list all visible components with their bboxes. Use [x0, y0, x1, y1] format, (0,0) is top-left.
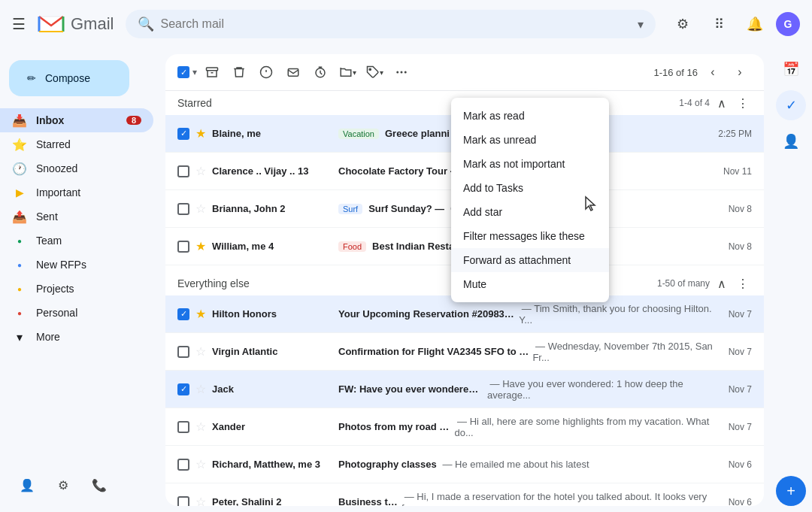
email-checkbox[interactable] [177, 496, 189, 507]
starred-collapse-btn[interactable]: ∧ [713, 94, 731, 112]
sidebar-item-inbox[interactable]: 📥 Inbox 8 [0, 108, 153, 132]
add-star-label: Add star [463, 206, 502, 218]
star-icon[interactable]: ☆ [195, 164, 206, 178]
svg-point-5 [396, 71, 398, 74]
star-icon[interactable]: ★ [195, 307, 206, 321]
move-to-button[interactable]: ▾ [335, 60, 359, 84]
select-dropdown[interactable]: ▾ [192, 67, 197, 77]
star-icon[interactable]: ★ [195, 126, 206, 141]
email-content: Your Upcoming Reservation #20983746 — Ti… [338, 303, 723, 326]
email-row[interactable]: ☆ Richard, Matthew, me 3 Photography cla… [165, 446, 764, 483]
right-panel-tasks-icon[interactable]: ✓ [776, 90, 806, 120]
hamburger-menu[interactable]: ☰ [12, 15, 26, 33]
sidebar-item-snoozed[interactable]: 🕐 Snoozed [0, 156, 153, 180]
svg-point-4 [369, 68, 371, 70]
email-snippet: — Hi all, here are some highlights from … [454, 416, 722, 438]
select-all-checkbox[interactable]: ✓ [177, 66, 189, 78]
email-snippet: — Hi, I made a reservation for the hotel… [401, 491, 723, 507]
avatar[interactable]: G [776, 12, 800, 36]
email-content: Confirmation for Flight VA2345 SFO to NY… [338, 341, 723, 363]
top-bar: ☰ Gmail 🔍 ▾ ⚙ ⠿ 🔔 G [0, 0, 812, 48]
sidebar-item-label-starred: Starred [36, 138, 141, 150]
support-icon[interactable]: ⚙ [48, 470, 78, 500]
else-more-btn[interactable]: ⋮ [734, 274, 752, 292]
svg-point-7 [404, 71, 407, 74]
email-checkbox[interactable]: ✓ [177, 383, 189, 395]
snoozed-icon: 🕐 [12, 162, 27, 176]
sidebar-item-team[interactable]: ● Team [0, 229, 153, 253]
starred-more-btn[interactable]: ⋮ [734, 94, 752, 112]
email-checkbox[interactable] [177, 346, 189, 358]
email-row[interactable]: ☆ Xander Photos from my road trip — Hi a… [165, 408, 764, 446]
search-dropdown-icon[interactable]: ▾ [638, 17, 644, 32]
context-menu-item-mark-read[interactable]: Mark as read [451, 104, 609, 128]
more-actions-button[interactable] [389, 60, 414, 84]
email-row[interactable]: ☆ Virgin Atlantic Confirmation for Fligh… [165, 333, 764, 371]
settings-button[interactable]: ⚙ [668, 9, 698, 39]
star-icon[interactable]: ☆ [195, 344, 206, 359]
email-checkbox[interactable] [177, 421, 189, 433]
sidebar-item-more[interactable]: ▾ More [0, 325, 153, 349]
personal-dot-icon: ● [12, 309, 27, 317]
context-menu-item-filter-messages[interactable]: Filter messages like these [451, 224, 609, 248]
apps-button[interactable]: ⠿ [704, 9, 734, 39]
notifications-button[interactable]: 🔔 [740, 9, 770, 39]
sidebar-item-starred[interactable]: ⭐ Starred [0, 132, 153, 156]
report-spam-button[interactable] [254, 60, 278, 84]
sidebar-item-important[interactable]: ▶ Important [0, 180, 153, 204]
sender-name: Blaine, me [212, 128, 332, 139]
delete-button[interactable] [227, 60, 251, 84]
context-menu-item-add-tasks[interactable]: Add to Tasks [451, 176, 609, 200]
context-menu-item-mute[interactable]: Mute [451, 272, 609, 296]
else-collapse-btn[interactable]: ∧ [713, 274, 731, 292]
next-page-button[interactable]: › [728, 60, 752, 84]
account-icon[interactable]: 👤 [12, 470, 42, 500]
email-checkbox[interactable] [177, 241, 189, 253]
email-date: Nov 7 [729, 309, 752, 320]
email-checkbox[interactable]: ✓ [177, 128, 189, 140]
star-icon[interactable]: ☆ [195, 201, 206, 216]
prev-page-button[interactable]: ‹ [701, 60, 725, 84]
mark-read-label: Mark as read [463, 110, 525, 122]
toolbar-pagination: 1-16 of 16 ‹ › [653, 60, 752, 84]
sender-name: Clarence .. Vijay .. 13 [212, 165, 332, 177]
right-panel-contacts-icon[interactable]: 👤 [776, 126, 806, 156]
sidebar-item-projects[interactable]: ● Projects [0, 277, 153, 301]
email-content: Photos from my road trip — Hi all, here … [338, 416, 723, 438]
right-panel-calendar-icon[interactable]: 📅 [776, 54, 806, 84]
labels-button[interactable]: ▾ [362, 60, 386, 84]
context-menu: Mark as read Mark as unread Mark as not … [451, 98, 609, 302]
search-bar[interactable]: 🔍 ▾ [126, 10, 656, 38]
sidebar-item-sent[interactable]: 📤 Sent [0, 204, 153, 229]
sidebar-item-new-rfps[interactable]: ● New RFPs [0, 253, 153, 277]
context-menu-item-mark-not-important[interactable]: Mark as not important [451, 152, 609, 176]
email-tag-vacation: Vacation [338, 129, 379, 139]
archive-button[interactable] [200, 60, 224, 84]
star-icon[interactable]: ☆ [195, 457, 206, 471]
email-snippet: — Tim Smith, thank you for choosing Hilt… [519, 303, 722, 326]
email-snippet: — Wednesday, November 7th 2015, San Fr..… [532, 341, 722, 363]
email-row[interactable]: ✓ ☆ Jack FW: Have you ever wondered...? … [165, 371, 764, 408]
compose-button[interactable]: ✏ Compose [9, 60, 129, 96]
email-checkbox[interactable] [177, 165, 189, 177]
context-menu-item-forward-attachment[interactable]: Forward as attachment [451, 248, 609, 272]
mark-read-button[interactable] [281, 60, 305, 84]
search-input[interactable] [160, 17, 632, 31]
email-checkbox[interactable]: ✓ [177, 308, 189, 320]
email-checkbox[interactable] [177, 203, 189, 215]
snooze-button[interactable] [308, 60, 332, 84]
email-row[interactable]: ☆ Peter, Shalini 2 Business trip — Hi, I… [165, 483, 764, 506]
star-icon[interactable]: ☆ [195, 420, 206, 434]
email-date: Nov 8 [729, 204, 752, 214]
right-panel-add-button[interactable]: + [776, 476, 806, 506]
context-menu-item-add-star[interactable]: Add star [451, 200, 609, 224]
star-icon[interactable]: ★ [195, 239, 206, 253]
email-date: Nov 8 [729, 241, 752, 252]
email-checkbox[interactable] [177, 459, 189, 471]
phone-icon[interactable]: 📞 [84, 470, 114, 500]
sidebar-item-personal[interactable]: ● Personal [0, 301, 153, 325]
star-icon[interactable]: ☆ [195, 495, 206, 506]
star-icon[interactable]: ☆ [195, 382, 206, 396]
email-snippet: — He emailed me about his latest [440, 459, 589, 470]
context-menu-item-mark-unread[interactable]: Mark as unread [451, 128, 609, 152]
